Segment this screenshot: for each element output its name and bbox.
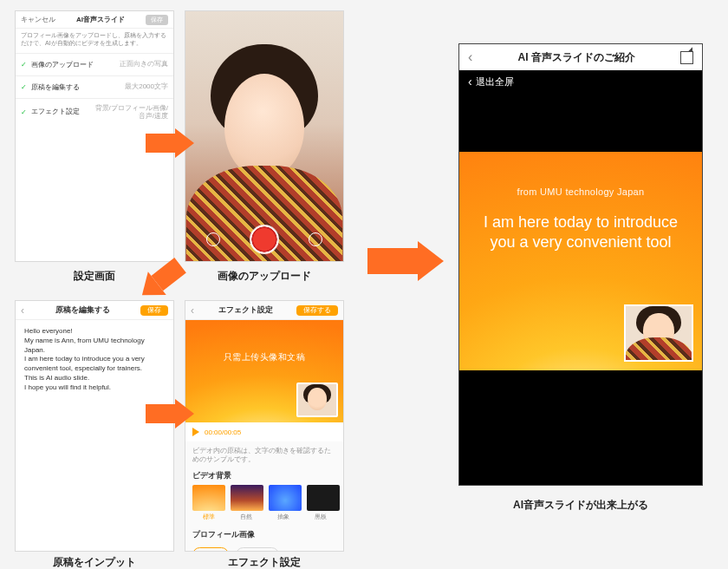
save-button[interactable]: 保存する bbox=[296, 305, 338, 316]
preview-pip bbox=[296, 383, 338, 417]
settings-header: キャンセル AI音声スライド 保存 bbox=[16, 11, 173, 29]
caption-upload: 画像のアップロード bbox=[185, 269, 344, 284]
result-title: AI 音声スライドのご紹介 bbox=[517, 50, 634, 65]
profile-section-title: プロフィール画像 bbox=[185, 526, 343, 544]
bg-label: 抽象 bbox=[267, 513, 299, 521]
chevron-left-icon: ‹ bbox=[468, 75, 472, 88]
camera-viewfinder bbox=[185, 11, 343, 261]
exit-fullscreen-button[interactable]: ‹ 退出全屏 bbox=[459, 70, 702, 93]
bg-thumbs bbox=[185, 485, 343, 511]
row-edit-manuscript[interactable]: 原稿を編集する 最大2000文字 bbox=[16, 75, 173, 98]
preview-text: 只需上传头像和文稿 bbox=[185, 351, 343, 363]
gallery-icon[interactable] bbox=[206, 232, 220, 246]
manuscript-title: 原稿を編集する bbox=[24, 304, 140, 316]
caption-manuscript: 原稿をインプット bbox=[15, 555, 174, 569]
caption-result: AI音声スライドが出来上がる bbox=[458, 498, 703, 513]
bg-labels: 標準 自然 抽象 黒板 bbox=[185, 511, 343, 521]
time-display: 00:00/00:05 bbox=[205, 428, 241, 436]
effects-preview: 只需上传头像和文稿 bbox=[185, 320, 343, 422]
profile-show-button[interactable]: 表示 bbox=[192, 547, 229, 553]
back-icon[interactable]: ‹ bbox=[468, 49, 472, 65]
save-button[interactable]: 保存 bbox=[146, 15, 168, 25]
bg-option-blackboard[interactable] bbox=[307, 485, 340, 511]
row-hint: 背景/プロフィール画像/ 音声/速度 bbox=[95, 104, 168, 120]
result-screen: ‹ AI 音声スライドのご紹介 ‹ 退出全屏 from UMU technolo… bbox=[458, 43, 703, 486]
bg-option-abstract[interactable] bbox=[269, 485, 302, 511]
bg-label: 黒板 bbox=[304, 513, 336, 521]
bg-section-title: ビデオ背景 bbox=[185, 468, 343, 485]
arrow-icon bbox=[146, 128, 194, 158]
row-upload-image[interactable]: 画像のアップロード 正面向きの写真 bbox=[16, 53, 173, 75]
slide-text: I am here today to introduce you a very … bbox=[459, 213, 702, 253]
slide-subtitle: from UMU technology Japan bbox=[459, 186, 702, 197]
row-hint: 最大2000文字 bbox=[125, 82, 168, 90]
row-label: 画像のアップロード bbox=[31, 60, 94, 69]
arrow-icon bbox=[367, 241, 445, 281]
upload-screen bbox=[185, 10, 344, 262]
result-header: ‹ AI 音声スライドのご紹介 bbox=[459, 44, 702, 70]
avatar-face bbox=[224, 74, 304, 178]
profile-toggle: 表示 不表示 bbox=[185, 544, 343, 553]
effects-title: エフェクト設定 bbox=[194, 304, 296, 316]
settings-description: プロフィール画像をアップロードし、原稿を入力するだけで、AIが自動的にビデオを生… bbox=[16, 29, 173, 53]
exit-fullscreen-label: 退出全屏 bbox=[476, 75, 514, 88]
bg-label: 標準 bbox=[192, 513, 224, 521]
bg-option-standard[interactable] bbox=[192, 485, 225, 511]
play-icon[interactable] bbox=[192, 428, 199, 436]
camera-controls bbox=[185, 225, 343, 254]
effects-screen: ‹ エフェクト設定 保存する 只需上传头像和文稿 00:00/00:05 ビデオ… bbox=[185, 300, 344, 552]
bg-option-nature[interactable] bbox=[231, 485, 263, 511]
manuscript-textarea[interactable]: Hello everyone! My name is Ann, from UMU… bbox=[16, 320, 173, 400]
result-slide: from UMU technology Japan I am here toda… bbox=[459, 152, 702, 370]
playback-bar[interactable]: 00:00/00:05 bbox=[185, 422, 343, 441]
bg-label: 自然 bbox=[230, 513, 262, 521]
cancel-button[interactable]: キャンセル bbox=[21, 15, 55, 24]
row-label: 原稿を編集する bbox=[31, 82, 80, 92]
share-icon[interactable] bbox=[680, 51, 693, 64]
switch-camera-icon[interactable] bbox=[309, 232, 322, 246]
row-hint: 正面向きの写真 bbox=[120, 60, 168, 68]
result-pip bbox=[624, 304, 693, 362]
row-effect-settings[interactable]: エフェクト設定 背景/プロフィール画像/ 音声/速度 bbox=[16, 98, 173, 125]
preview-note: ビデオ内の原稿は、文字の動きを確認するためのサンプルです。 bbox=[185, 441, 343, 468]
caption-effects: エフェクト設定 bbox=[185, 555, 344, 569]
settings-title: AI音声スライド bbox=[76, 15, 125, 24]
shutter-button[interactable] bbox=[250, 225, 279, 254]
row-label: エフェクト設定 bbox=[31, 107, 80, 116]
arrow-icon bbox=[146, 399, 194, 428]
save-button[interactable]: 保存 bbox=[140, 305, 168, 316]
effects-header: ‹ エフェクト設定 保存する bbox=[185, 301, 343, 320]
profile-hide-button[interactable]: 不表示 bbox=[236, 547, 279, 553]
